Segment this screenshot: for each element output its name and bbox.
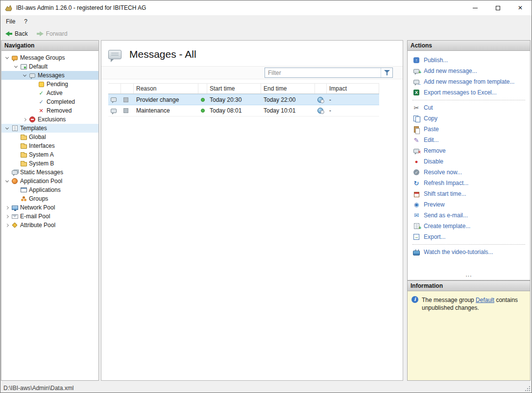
toolbar: Back Forward bbox=[0, 27, 532, 40]
column-header-flag[interactable] bbox=[121, 84, 134, 93]
folder-icon bbox=[19, 134, 28, 140]
menu-bar: File ? bbox=[0, 15, 532, 27]
column-header-end-time[interactable]: End time bbox=[261, 84, 315, 93]
chevron-right-icon[interactable] bbox=[3, 207, 10, 209]
column-header-status[interactable] bbox=[198, 84, 207, 93]
menu-help[interactable]: ? bbox=[20, 16, 32, 27]
page-title: Messages - All bbox=[129, 48, 196, 60]
nav-item-interfaces[interactable]: Interfaces bbox=[1, 141, 98, 150]
impact-globe-icon bbox=[317, 97, 323, 103]
action-publish[interactable]: ↑ Publish... bbox=[408, 55, 530, 66]
exclusions-icon bbox=[28, 116, 37, 122]
action-export[interactable]: → Export... bbox=[408, 231, 530, 242]
filter-box bbox=[265, 68, 393, 78]
chevron-right-icon[interactable] bbox=[21, 118, 28, 121]
information-header: Information bbox=[408, 281, 530, 291]
nav-item-email-pool[interactable]: E-mail Pool bbox=[1, 212, 98, 221]
actions-overflow-button[interactable]: ... bbox=[408, 272, 530, 280]
message-icon bbox=[111, 97, 117, 102]
maximize-icon bbox=[496, 6, 500, 10]
nav-item-static-messages[interactable]: Static Messages bbox=[1, 168, 98, 177]
action-add-new-message[interactable]: + Add new message... bbox=[408, 66, 530, 76]
folder-icon bbox=[19, 143, 28, 149]
column-header-impact[interactable]: Impact bbox=[327, 84, 379, 93]
action-export-messages-to-excel[interactable]: X Export messages to Excel... bbox=[408, 87, 530, 98]
cell-impact: - bbox=[327, 107, 379, 114]
nav-item-attribute-pool[interactable]: Attribute Pool bbox=[1, 221, 98, 230]
action-paste[interactable]: Paste bbox=[408, 124, 530, 135]
column-header-reason[interactable]: Reason bbox=[134, 84, 198, 93]
column-header-impact-icon[interactable] bbox=[315, 84, 327, 93]
navigation-panel: Navigation Message Groups Default Messag… bbox=[1, 40, 99, 381]
pending-icon bbox=[37, 82, 46, 87]
nav-item-messages[interactable]: Messages bbox=[1, 71, 98, 80]
nav-item-removed[interactable]: ✕ Removed bbox=[1, 106, 98, 115]
action-watch-video-tutorials[interactable]: Watch the video-tutorials... bbox=[408, 247, 530, 257]
nav-item-application-pool[interactable]: Application Pool bbox=[1, 177, 98, 185]
nav-item-active[interactable]: ✓ Active bbox=[1, 89, 98, 97]
chevron-right-icon[interactable] bbox=[3, 224, 10, 227]
forward-arrow-icon bbox=[37, 31, 44, 36]
nav-item-templates[interactable]: Templates bbox=[1, 124, 98, 133]
cell-reason: Provider change bbox=[134, 96, 198, 103]
cell-end-time: Today 22:00 bbox=[261, 96, 315, 103]
filter-input[interactable] bbox=[265, 68, 381, 77]
chevron-down-icon[interactable] bbox=[21, 74, 28, 77]
action-resolve-now[interactable]: ✓ Resolve now... bbox=[408, 167, 530, 178]
resize-grip[interactable] bbox=[525, 386, 530, 391]
column-header-type[interactable] bbox=[108, 84, 121, 93]
column-header-start-time[interactable]: Start time bbox=[207, 84, 261, 93]
chevron-down-icon[interactable] bbox=[3, 57, 10, 59]
forward-button[interactable]: Forward bbox=[34, 29, 71, 38]
nav-item-network-pool[interactable]: Network Pool bbox=[1, 203, 98, 212]
export-icon: → bbox=[412, 234, 420, 240]
information-message: The message group Default contains unpub… bbox=[422, 296, 526, 312]
nav-item-global[interactable]: Global bbox=[1, 133, 98, 141]
minimize-button[interactable] bbox=[464, 0, 486, 15]
action-edit[interactable]: ✎ Edit... bbox=[408, 135, 530, 145]
action-refresh-impact[interactable]: ↻ Refresh Impact... bbox=[408, 178, 530, 188]
action-preview[interactable]: ◉ Preview bbox=[408, 199, 530, 210]
action-add-new-message-from-template[interactable]: → Add new message from template... bbox=[408, 76, 530, 87]
nav-item-pending[interactable]: Pending bbox=[1, 80, 98, 89]
forward-label: Forward bbox=[46, 30, 68, 37]
nav-item-system-b[interactable]: System B bbox=[1, 159, 98, 168]
action-remove[interactable]: ✕ Remove bbox=[408, 145, 530, 156]
maximize-button[interactable] bbox=[486, 0, 509, 15]
table-row[interactable]: Maintenance Today 08:01 Today 10:01 - bbox=[108, 105, 379, 116]
chevron-down-icon[interactable] bbox=[3, 180, 10, 183]
nav-item-exclusions[interactable]: Exclusions bbox=[1, 115, 98, 124]
remove-icon: ✕ bbox=[412, 149, 420, 153]
nav-item-groups[interactable]: Groups bbox=[1, 194, 98, 203]
action-cut[interactable]: ✂ Cut bbox=[408, 102, 530, 113]
main-content-panel: Messages - All Reason Start time End tim… bbox=[101, 40, 403, 381]
impact-globe-icon bbox=[317, 108, 323, 114]
action-copy[interactable]: Copy bbox=[408, 113, 530, 124]
nav-item-applications[interactable]: Applications bbox=[1, 185, 98, 194]
chevron-down-icon[interactable] bbox=[3, 127, 10, 130]
table-row[interactable]: Provider change Today 20:30 Today 22:00 … bbox=[108, 94, 379, 105]
action-shift-start-time[interactable]: Shift start time... bbox=[408, 188, 530, 199]
menu-file[interactable]: File bbox=[1, 16, 20, 27]
status-active-icon bbox=[201, 109, 205, 113]
action-create-template[interactable]: + Create template... bbox=[408, 221, 530, 231]
action-send-as-email[interactable]: ✉ Send as e-mail... bbox=[408, 210, 530, 221]
messages-page-icon bbox=[108, 50, 121, 59]
cell-reason: Maintenance bbox=[134, 107, 198, 114]
filter-funnel-icon[interactable] bbox=[381, 68, 392, 77]
cell-end-time: Today 10:01 bbox=[261, 107, 315, 114]
chevron-right-icon[interactable] bbox=[3, 215, 10, 218]
back-button[interactable]: Back bbox=[2, 29, 31, 38]
close-button[interactable]: ✕ bbox=[509, 0, 532, 15]
nav-item-message-groups[interactable]: Message Groups bbox=[1, 53, 98, 62]
nav-item-system-a[interactable]: System A bbox=[1, 150, 98, 159]
default-group-link[interactable]: Default bbox=[476, 297, 494, 303]
chevron-down-icon[interactable] bbox=[12, 66, 19, 68]
message-group-icon bbox=[19, 64, 28, 69]
removed-x-icon: ✕ bbox=[37, 108, 46, 114]
nav-item-completed[interactable]: ✓ Completed bbox=[1, 97, 98, 106]
action-disable[interactable]: ● Disable bbox=[408, 156, 530, 167]
nav-item-default[interactable]: Default bbox=[1, 62, 98, 71]
publish-icon: ↑ bbox=[412, 57, 420, 63]
applications-icon bbox=[19, 187, 28, 192]
